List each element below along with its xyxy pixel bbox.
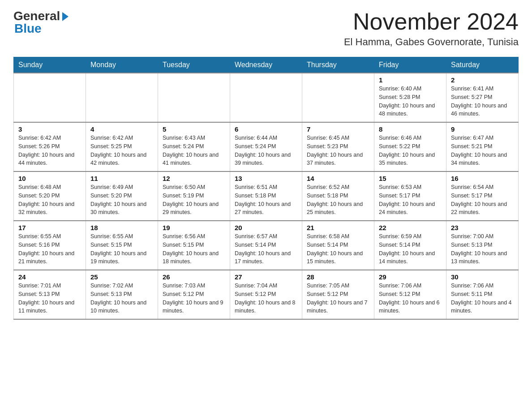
- calendar-week-row: 1Sunrise: 6:40 AMSunset: 5:28 PMDaylight…: [14, 73, 519, 122]
- calendar-table: SundayMondayTuesdayWednesdayThursdayFrid…: [13, 57, 519, 320]
- day-info: Sunrise: 7:06 AMSunset: 5:12 PMDaylight:…: [379, 282, 442, 315]
- day-number: 15: [379, 175, 442, 182]
- calendar-cell: [14, 73, 86, 122]
- calendar-cell: 5Sunrise: 6:43 AMSunset: 5:24 PMDaylight…: [158, 122, 230, 171]
- calendar-cell: [86, 73, 158, 122]
- day-number: 28: [307, 273, 369, 281]
- logo-blue-text: Blue: [13, 21, 42, 36]
- day-info: Sunrise: 7:01 AMSunset: 5:13 PMDaylight:…: [18, 282, 81, 315]
- calendar-cell: 29Sunrise: 7:06 AMSunset: 5:12 PMDayligh…: [374, 270, 446, 319]
- day-number: 30: [451, 273, 514, 281]
- day-number: 25: [90, 273, 153, 281]
- day-info: Sunrise: 6:55 AMSunset: 5:15 PMDaylight:…: [90, 232, 153, 266]
- day-number: 2: [451, 76, 514, 84]
- day-info: Sunrise: 6:41 AMSunset: 5:27 PMDaylight:…: [451, 85, 514, 118]
- calendar-day-header: Wednesday: [230, 57, 302, 73]
- day-number: 22: [379, 224, 442, 231]
- calendar-cell: 25Sunrise: 7:02 AMSunset: 5:13 PMDayligh…: [86, 270, 158, 319]
- day-info: Sunrise: 7:00 AMSunset: 5:13 PMDaylight:…: [451, 232, 514, 266]
- day-number: 18: [90, 224, 153, 231]
- calendar-day-header: Tuesday: [158, 57, 230, 73]
- day-number: 29: [379, 273, 442, 281]
- calendar-cell: [302, 73, 374, 122]
- day-number: 27: [235, 273, 297, 281]
- calendar-header-row: SundayMondayTuesdayWednesdayThursdayFrid…: [14, 57, 519, 73]
- calendar-week-row: 10Sunrise: 6:48 AMSunset: 5:20 PMDayligh…: [14, 171, 519, 221]
- day-number: 3: [18, 125, 81, 133]
- calendar-week-row: 17Sunrise: 6:55 AMSunset: 5:16 PMDayligh…: [14, 221, 519, 270]
- day-info: Sunrise: 6:55 AMSunset: 5:16 PMDaylight:…: [18, 232, 81, 266]
- day-info: Sunrise: 6:47 AMSunset: 5:21 PMDaylight:…: [451, 134, 514, 167]
- calendar-cell: 24Sunrise: 7:01 AMSunset: 5:13 PMDayligh…: [14, 270, 86, 319]
- day-info: Sunrise: 7:03 AMSunset: 5:12 PMDaylight:…: [163, 282, 225, 315]
- day-number: 24: [18, 273, 81, 281]
- calendar-cell: 16Sunrise: 6:54 AMSunset: 5:17 PMDayligh…: [446, 171, 519, 221]
- calendar-cell: 4Sunrise: 6:42 AMSunset: 5:25 PMDaylight…: [86, 122, 158, 171]
- calendar-cell: 15Sunrise: 6:53 AMSunset: 5:17 PMDayligh…: [374, 171, 446, 221]
- day-info: Sunrise: 6:53 AMSunset: 5:17 PMDaylight:…: [379, 183, 442, 217]
- day-info: Sunrise: 6:54 AMSunset: 5:17 PMDaylight:…: [451, 183, 514, 217]
- day-info: Sunrise: 6:49 AMSunset: 5:20 PMDaylight:…: [90, 183, 153, 217]
- calendar-cell: 21Sunrise: 6:58 AMSunset: 5:14 PMDayligh…: [302, 221, 374, 270]
- calendar-cell: 2Sunrise: 6:41 AMSunset: 5:27 PMDaylight…: [446, 73, 519, 122]
- calendar-cell: 19Sunrise: 6:56 AMSunset: 5:15 PMDayligh…: [158, 221, 230, 270]
- calendar-week-row: 3Sunrise: 6:42 AMSunset: 5:26 PMDaylight…: [14, 122, 519, 171]
- calendar-cell: 26Sunrise: 7:03 AMSunset: 5:12 PMDayligh…: [158, 270, 230, 319]
- day-info: Sunrise: 6:52 AMSunset: 5:18 PMDaylight:…: [307, 183, 369, 217]
- calendar-cell: 6Sunrise: 6:44 AMSunset: 5:24 PMDaylight…: [230, 122, 302, 171]
- day-number: 21: [307, 224, 369, 231]
- calendar-cell: 20Sunrise: 6:57 AMSunset: 5:14 PMDayligh…: [230, 221, 302, 270]
- calendar-cell: 17Sunrise: 6:55 AMSunset: 5:16 PMDayligh…: [14, 221, 86, 270]
- calendar-cell: 7Sunrise: 6:45 AMSunset: 5:23 PMDaylight…: [302, 122, 374, 171]
- day-info: Sunrise: 6:59 AMSunset: 5:14 PMDaylight:…: [379, 232, 442, 266]
- title-area: November 2024 El Hamma, Gabes Governorat…: [344, 9, 519, 48]
- day-info: Sunrise: 6:58 AMSunset: 5:14 PMDaylight:…: [307, 232, 369, 266]
- day-number: 17: [18, 224, 81, 231]
- day-info: Sunrise: 6:43 AMSunset: 5:24 PMDaylight:…: [163, 134, 225, 167]
- calendar-cell: 3Sunrise: 6:42 AMSunset: 5:26 PMDaylight…: [14, 122, 86, 171]
- day-number: 7: [307, 125, 369, 133]
- calendar-cell: 14Sunrise: 6:52 AMSunset: 5:18 PMDayligh…: [302, 171, 374, 221]
- location-text: El Hamma, Gabes Governorate, Tunisia: [344, 36, 519, 48]
- day-info: Sunrise: 7:05 AMSunset: 5:12 PMDaylight:…: [307, 282, 369, 315]
- calendar-cell: 9Sunrise: 6:47 AMSunset: 5:21 PMDaylight…: [446, 122, 519, 171]
- day-number: 10: [18, 175, 81, 182]
- calendar-cell: 1Sunrise: 6:40 AMSunset: 5:28 PMDaylight…: [374, 73, 446, 122]
- day-info: Sunrise: 6:42 AMSunset: 5:26 PMDaylight:…: [18, 134, 81, 167]
- page-header: General Blue November 2024 El Hamma, Gab…: [13, 9, 519, 48]
- day-number: 12: [163, 175, 225, 182]
- day-number: 16: [451, 175, 514, 182]
- calendar-week-row: 24Sunrise: 7:01 AMSunset: 5:13 PMDayligh…: [14, 270, 519, 319]
- day-number: 6: [235, 125, 297, 133]
- calendar-cell: [158, 73, 230, 122]
- day-info: Sunrise: 6:40 AMSunset: 5:28 PMDaylight:…: [379, 85, 442, 118]
- calendar-cell: 27Sunrise: 7:04 AMSunset: 5:12 PMDayligh…: [230, 270, 302, 319]
- calendar-day-header: Thursday: [302, 57, 374, 73]
- day-info: Sunrise: 6:56 AMSunset: 5:15 PMDaylight:…: [163, 232, 225, 266]
- day-number: 26: [163, 273, 225, 281]
- day-info: Sunrise: 6:50 AMSunset: 5:19 PMDaylight:…: [163, 183, 225, 217]
- calendar-cell: 8Sunrise: 6:46 AMSunset: 5:22 PMDaylight…: [374, 122, 446, 171]
- logo: General Blue: [13, 9, 69, 36]
- calendar-cell: 18Sunrise: 6:55 AMSunset: 5:15 PMDayligh…: [86, 221, 158, 270]
- day-number: 23: [451, 224, 514, 231]
- day-info: Sunrise: 7:02 AMSunset: 5:13 PMDaylight:…: [90, 282, 153, 315]
- day-info: Sunrise: 6:57 AMSunset: 5:14 PMDaylight:…: [235, 232, 297, 266]
- day-info: Sunrise: 6:44 AMSunset: 5:24 PMDaylight:…: [235, 134, 297, 167]
- calendar-cell: 13Sunrise: 6:51 AMSunset: 5:18 PMDayligh…: [230, 171, 302, 221]
- day-info: Sunrise: 6:48 AMSunset: 5:20 PMDaylight:…: [18, 183, 81, 217]
- day-number: 13: [235, 175, 297, 182]
- day-info: Sunrise: 7:04 AMSunset: 5:12 PMDaylight:…: [235, 282, 297, 315]
- day-info: Sunrise: 7:06 AMSunset: 5:11 PMDaylight:…: [451, 282, 514, 315]
- calendar-cell: 12Sunrise: 6:50 AMSunset: 5:19 PMDayligh…: [158, 171, 230, 221]
- day-info: Sunrise: 6:45 AMSunset: 5:23 PMDaylight:…: [307, 134, 369, 167]
- calendar-day-header: Sunday: [14, 57, 86, 73]
- day-number: 4: [90, 125, 153, 133]
- logo-arrow-icon: [62, 12, 69, 21]
- day-number: 1: [379, 76, 442, 84]
- calendar-cell: 10Sunrise: 6:48 AMSunset: 5:20 PMDayligh…: [14, 171, 86, 221]
- day-number: 5: [163, 125, 225, 133]
- calendar-day-header: Friday: [374, 57, 446, 73]
- day-number: 19: [163, 224, 225, 231]
- day-info: Sunrise: 6:42 AMSunset: 5:25 PMDaylight:…: [90, 134, 153, 167]
